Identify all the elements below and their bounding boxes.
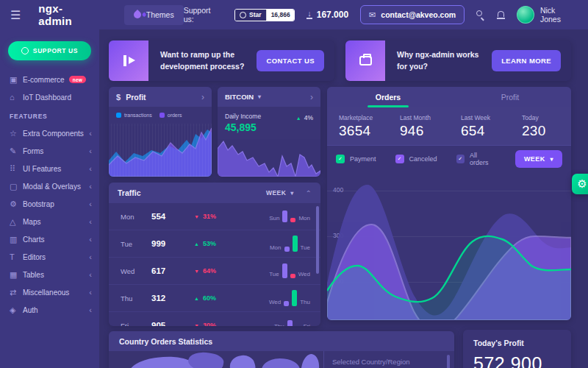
sidebar-section-features: FEATURES xyxy=(0,106,99,124)
traffic-card: Traffic WEEK ▾ ⌃ Mon 554 ▼31% SunMon Tue… xyxy=(109,183,320,326)
app-logo[interactable]: ngx-admin xyxy=(38,2,96,27)
downloads-count: 167.000 xyxy=(317,10,348,20)
sidebar-item-iot-dashboard[interactable]: ⌂ IoT Dashboard xyxy=(0,88,99,106)
new-badge: new xyxy=(69,76,87,83)
sidebar-item-forms[interactable]: ✎ Forms ‹ xyxy=(0,142,99,160)
world-map[interactable] xyxy=(109,351,323,368)
services-icon xyxy=(123,55,135,66)
lock-icon: ◈ xyxy=(10,305,23,315)
compare-bar xyxy=(290,218,295,222)
sidebar-item-extra-components[interactable]: ☆ Extra Components ‹ xyxy=(0,124,99,142)
scrollbar[interactable] xyxy=(447,355,450,368)
menu-toggle-icon[interactable]: ☰ xyxy=(10,8,21,22)
banner-icon-box xyxy=(345,40,385,81)
banner-text: Why ngx-admin works for you? xyxy=(385,49,492,71)
compare-bar xyxy=(282,263,287,278)
notifications-icon[interactable] xyxy=(497,11,505,19)
keypad-icon: ⠿ xyxy=(10,164,23,174)
todays-profit-value: 572,900 xyxy=(473,353,561,368)
trend-down-icon: ▼ xyxy=(194,323,199,327)
sidebar-item-bootstrap[interactable]: ⚙ Bootstrap ‹ xyxy=(0,195,99,213)
sidebar-item-ui-features[interactable]: ⠿ UI Features ‹ xyxy=(0,160,99,177)
contact-email: contact@akveo.com xyxy=(381,10,456,19)
currency-selector[interactable]: BITCOIN ▾ xyxy=(225,93,261,101)
learn-more-button[interactable]: LEARN MORE xyxy=(492,50,561,71)
sidebar-item-charts[interactable]: ▥ Charts ‹ xyxy=(0,230,99,248)
contact-us-button[interactable]: CONTACT US xyxy=(257,50,324,71)
settings-toggle-button[interactable]: ⚙ xyxy=(572,174,588,194)
chevron-right-icon[interactable]: › xyxy=(310,92,313,102)
sidebar-item-editors[interactable]: T Editors ‹ xyxy=(0,248,99,266)
sidebar-item-tables[interactable]: ▦ Tables ‹ xyxy=(0,266,99,283)
country-orders-card: Country Orders Statistics Selected Count… xyxy=(109,331,454,368)
orders-stats: Marketplace 3654 Last Month 946 Last Wee… xyxy=(327,107,571,146)
chevron-left-icon: ‹ xyxy=(89,200,92,208)
support-us-label: Support us: xyxy=(184,6,223,24)
mail-icon: ✉ xyxy=(369,10,376,20)
todays-profit-card: Today's Profit 572,900 xyxy=(463,330,571,368)
trend-up-icon: ▲ xyxy=(194,296,199,301)
stat-marketplace: Marketplace 3654 xyxy=(327,114,388,139)
themes-label: Themes xyxy=(146,10,174,19)
collapse-icon[interactable]: ⌃ xyxy=(306,189,312,197)
trend-down-icon: ▼ xyxy=(194,214,199,219)
legend-checkbox-all-orders[interactable]: ✓ All orders xyxy=(456,152,496,166)
tab-orders[interactable]: Orders xyxy=(327,87,449,107)
support-us-button[interactable]: SUPPORT US xyxy=(8,41,91,60)
compare-bar xyxy=(287,320,293,326)
legend-orders: orders xyxy=(159,113,182,118)
tab-profit[interactable]: Profit xyxy=(449,87,571,107)
github-icon xyxy=(21,47,29,54)
home-icon: ⌂ xyxy=(10,93,23,102)
stat-today: Today 230 xyxy=(510,114,571,139)
legend-checkbox-payment[interactable]: ✓ Payment xyxy=(336,155,376,163)
legend-checkbox-canceled[interactable]: ✓ Canceled xyxy=(395,155,437,163)
gear-icon: ⚙ xyxy=(10,199,23,209)
chart-icon: ▥ xyxy=(10,235,23,244)
legend-transactions: transactions xyxy=(116,113,152,118)
profit-card: $ Profit › transactions orders xyxy=(109,87,212,177)
compare-bar xyxy=(282,210,287,222)
daily-income-label: Daily Income xyxy=(225,113,261,120)
downloads-counter: ↓ 167.000 xyxy=(306,10,348,20)
orders-legend: ✓ Payment ✓ Canceled ✓ All orders WEEK ▾ xyxy=(327,146,571,172)
sidebar-item-miscellaneous[interactable]: ⇄ Miscellaneous ‹ xyxy=(0,283,99,301)
todays-profit-title: Today's Profit xyxy=(473,339,561,347)
contact-button[interactable]: ✉ contact@akveo.com xyxy=(360,5,465,24)
chevron-left-icon: ‹ xyxy=(89,183,92,191)
sidebar-item-ecommerce[interactable]: ▣ E-commerce new xyxy=(0,71,99,88)
orders-area-chart: 400 300 200 xyxy=(327,173,571,320)
country-card-title: Country Orders Statistics xyxy=(119,337,212,346)
table-icon: ▦ xyxy=(10,270,23,280)
user-menu[interactable]: Nick Jones xyxy=(517,6,578,24)
sidebar-item-maps[interactable]: △ Maps ‹ xyxy=(0,213,99,230)
bitcoin-mini-chart xyxy=(218,135,320,177)
map-icon: △ xyxy=(10,217,23,227)
chevron-left-icon: ‹ xyxy=(89,147,92,155)
chevron-left-icon: ‹ xyxy=(89,130,92,138)
sidebar-item-modal-overlays[interactable]: ▢ Modal & Overlays ‹ xyxy=(0,177,99,195)
shopping-bag-icon: ▣ xyxy=(10,75,23,85)
period-dropdown[interactable]: WEEK ▾ xyxy=(515,150,562,168)
traffic-row: Fri 905 ▼30% ThuFri xyxy=(109,312,320,326)
traffic-title: Traffic xyxy=(118,188,141,197)
chevron-left-icon: ‹ xyxy=(89,271,92,279)
traffic-period-dropdown[interactable]: WEEK ▾ xyxy=(266,189,294,197)
caret-down-icon: ▾ xyxy=(258,93,261,100)
compare-bar xyxy=(292,290,297,306)
star-icon: ☆ xyxy=(10,129,23,138)
trend-up-icon: ▲ xyxy=(296,116,301,121)
themes-dropdown[interactable]: Themes xyxy=(124,5,184,25)
download-icon: ↓ xyxy=(306,10,312,19)
sidebar-item-auth[interactable]: ◈ Auth ‹ xyxy=(0,301,99,319)
chevron-left-icon: ‹ xyxy=(89,253,92,261)
sidebar: SUPPORT US ▣ E-commerce new ⌂ IoT Dashbo… xyxy=(0,29,99,368)
chevron-left-icon: ‹ xyxy=(89,236,92,244)
search-icon[interactable] xyxy=(476,10,485,19)
learn-more-banner: Why ngx-admin works for you? LEARN MORE xyxy=(345,40,571,81)
chevron-right-icon[interactable]: › xyxy=(201,92,204,102)
scrollbar[interactable] xyxy=(316,206,319,274)
shuffle-icon: ⇄ xyxy=(10,288,23,297)
header: ☰ ngx-admin Themes Support us: Star 16,8… xyxy=(0,0,588,29)
github-star-badge[interactable]: Star 16,866 xyxy=(234,9,295,21)
